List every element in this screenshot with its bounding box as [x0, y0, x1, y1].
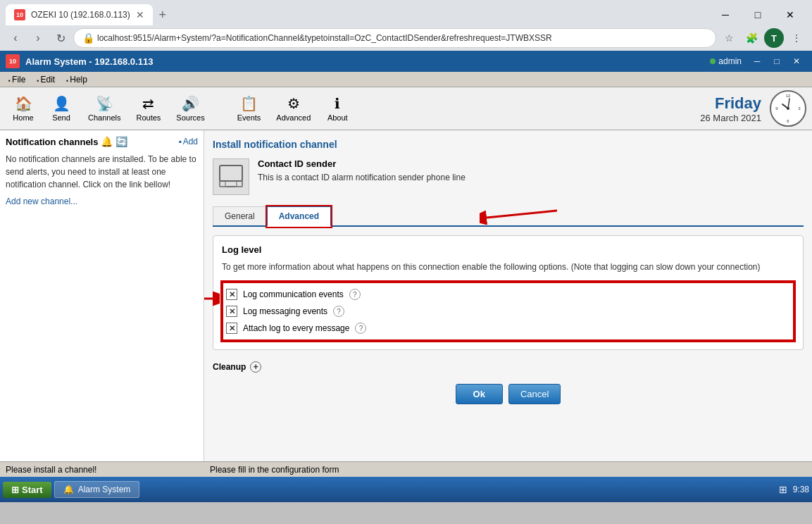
- form-area: Log level To get more information about …: [213, 235, 804, 350]
- checkbox-log-comm[interactable]: ✕: [226, 289, 237, 300]
- bookmark-button[interactable]: ☆: [719, 28, 739, 48]
- browser-tab[interactable]: 10 OZEKI 10 (192.168.0.113) ✕: [6, 4, 153, 25]
- help-icon-3[interactable]: ?: [355, 323, 366, 334]
- tab-title: OZEKI 10 (192.168.0.113): [31, 10, 130, 20]
- checkbox-label-1: Log communication events: [243, 289, 344, 299]
- menu-edit[interactable]: Edit: [31, 73, 61, 86]
- install-title: Install notification channel: [213, 139, 804, 150]
- sidebar-title: Notification channels 🔔 🔄: [6, 136, 127, 147]
- sidebar-status-text: Please install a channel!: [6, 465, 96, 475]
- tab-close-btn[interactable]: ✕: [136, 9, 144, 20]
- app-window: 10 Alarm System - 192.168.0.113 admin ─ …: [0, 51, 812, 477]
- toolbar-home-btn[interactable]: 🏠 Home: [6, 92, 41, 125]
- toolbar-advanced-btn[interactable]: ⚙ Advanced: [270, 92, 317, 125]
- date-display: Friday 26 March 2021: [700, 94, 761, 123]
- menu-help[interactable]: Help: [61, 73, 93, 86]
- back-button[interactable]: ‹: [6, 28, 25, 48]
- address-bar[interactable]: 🔒 localhost:9515/Alarm+System/?a=Notific…: [73, 28, 716, 48]
- checkbox-attach-log[interactable]: ✕: [226, 323, 237, 334]
- home-icon: 🏠: [15, 95, 32, 112]
- channel-text: Contact ID sender This is a contact ID a…: [258, 158, 466, 184]
- refresh-icon: 🔄: [115, 136, 127, 147]
- svg-text:9: 9: [775, 106, 778, 111]
- close-button[interactable]: ✕: [774, 4, 806, 25]
- channel-info: Contact ID sender This is a contact ID a…: [213, 158, 804, 195]
- app-title-text: Alarm System - 192.168.0.113: [25, 56, 710, 67]
- app-close-btn[interactable]: ✕: [787, 54, 806, 69]
- clock-face: 12 3 6 9: [770, 90, 806, 127]
- send-icon: 👤: [53, 95, 70, 112]
- toolbar-sources-btn[interactable]: 🔊 Sources: [170, 92, 211, 125]
- toolbar-sources-label: Sources: [176, 113, 204, 122]
- svg-rect-8: [220, 181, 242, 187]
- minimize-button[interactable]: ─: [709, 4, 742, 25]
- checkbox-log-msg[interactable]: ✕: [226, 306, 237, 317]
- app-titlebar: 10 Alarm System - 192.168.0.113 admin ─ …: [0, 51, 812, 72]
- tab-arrow-annotation: [480, 196, 564, 234]
- checkbox-label-3: Attach log to every message: [243, 323, 349, 333]
- date-day: Friday: [700, 94, 761, 113]
- tab-container: General Advanced: [213, 206, 804, 235]
- toolbar-about-btn[interactable]: ℹ About: [320, 92, 355, 125]
- cleanup-label: Cleanup: [213, 362, 246, 372]
- log-level-section: Log level To get more information about …: [213, 235, 804, 350]
- add-channel-link-top[interactable]: ▪ Add: [178, 137, 198, 146]
- menu-button[interactable]: ⋮: [787, 28, 806, 48]
- svg-line-5: [788, 99, 789, 108]
- log-level-desc: To get more information about what happe…: [222, 261, 794, 273]
- status-bar: Please install a channel! Please fill in…: [0, 461, 812, 477]
- help-icon-2[interactable]: ?: [333, 306, 344, 317]
- help-icon-1[interactable]: ?: [349, 289, 361, 300]
- cleanup-expand-btn[interactable]: +: [250, 361, 261, 373]
- admin-indicator: admin: [710, 56, 742, 66]
- sidebar-content: No notification channels are installed. …: [6, 153, 198, 191]
- toolbar-routes-label: Routes: [136, 113, 161, 122]
- cancel-button[interactable]: Cancel: [508, 384, 561, 404]
- app-icon: 10: [6, 54, 20, 68]
- forward-button[interactable]: ›: [28, 28, 48, 48]
- advanced-icon: ⚙: [287, 95, 300, 112]
- toolbar-send-label: Send: [52, 113, 70, 122]
- toolbar-send-btn[interactable]: 👤 Send: [44, 92, 79, 125]
- toolbar: 🏠 Home 👤 Send 📡 Channels ⇄ Routes 🔊 Sour…: [0, 87, 812, 130]
- channel-device-icon: [213, 158, 249, 195]
- channels-icon: 📡: [96, 95, 113, 112]
- app-restore-btn[interactable]: □: [767, 54, 787, 69]
- svg-text:12: 12: [786, 94, 791, 98]
- new-tab-button[interactable]: +: [153, 5, 173, 25]
- menu-bar: File Edit Help: [0, 72, 812, 87]
- reload-button[interactable]: ↻: [51, 28, 70, 48]
- profile-button[interactable]: T: [764, 28, 784, 48]
- events-icon: 📋: [240, 95, 258, 112]
- menu-file[interactable]: File: [3, 73, 31, 86]
- log-level-title: Log level: [222, 244, 794, 255]
- restore-button[interactable]: □: [742, 4, 774, 25]
- app-minimize-btn[interactable]: ─: [747, 54, 767, 69]
- taskbar-app-btn[interactable]: 🔔 Alarm System: [54, 481, 140, 498]
- toolbar-home-label: Home: [13, 113, 33, 122]
- start-button[interactable]: ⊞ Start: [3, 482, 51, 498]
- add-new-channel-link[interactable]: Add new channel...: [6, 196, 198, 206]
- checkbox-row-2: ✕ Log messaging events ?: [226, 303, 790, 320]
- tab-general[interactable]: General: [213, 206, 267, 225]
- favicon: 10: [14, 9, 25, 20]
- svg-rect-7: [220, 166, 242, 181]
- toolbar-channels-btn[interactable]: 📡 Channels: [82, 92, 127, 125]
- routes-icon: ⇄: [142, 95, 154, 112]
- sidebar-header: Notification channels 🔔 🔄 ▪ Add: [6, 136, 198, 147]
- channel-desc: This is a contact ID alarm notification …: [258, 172, 466, 184]
- start-icon: ⊞: [11, 485, 19, 495]
- red-arrow-svg: [480, 196, 564, 232]
- taskbar-monitor-icon: ⊞: [779, 484, 787, 495]
- toolbar-routes-btn[interactable]: ⇄ Routes: [130, 92, 167, 125]
- tab-advanced[interactable]: Advanced: [267, 206, 331, 227]
- toolbar-channels-label: Channels: [88, 113, 120, 122]
- taskbar-time: 9:38: [793, 485, 809, 494]
- main-layout: Notification channels 🔔 🔄 ▪ Add No notif…: [0, 130, 812, 461]
- ok-button[interactable]: Ok: [456, 384, 503, 404]
- toolbar-events-btn[interactable]: 📋 Events: [231, 92, 268, 125]
- date-full: 26 March 2021: [700, 113, 761, 123]
- admin-status-dot: [710, 58, 716, 64]
- extensions-button[interactable]: 🧩: [742, 28, 761, 48]
- clock-area: Friday 26 March 2021 12 3 6 9: [700, 90, 806, 127]
